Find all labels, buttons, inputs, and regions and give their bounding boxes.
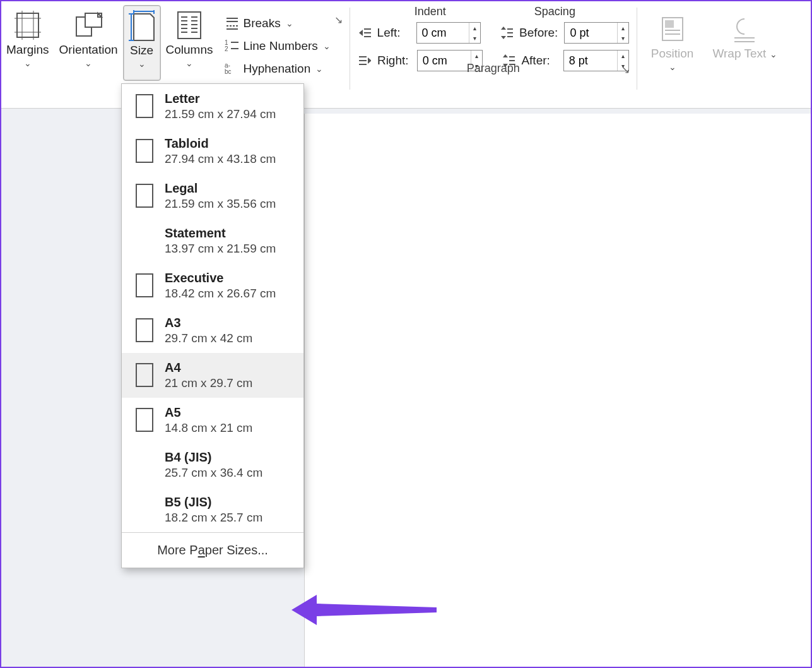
indent-header: Indent [415, 5, 446, 18]
page-thumb-icon [136, 318, 153, 342]
size-option-dims: 18.2 cm x 25.7 cm [165, 511, 262, 525]
spin-down-icon[interactable]: ▾ [469, 33, 480, 43]
hyphenation-label: Hyphenation [244, 62, 311, 76]
size-option-name: B5 (JIS) [165, 495, 262, 510]
size-option-a4[interactable]: A421 cm x 29.7 cm [122, 353, 303, 398]
line-numbers-icon: 12 [225, 39, 240, 54]
spin-up-icon[interactable]: ▴ [618, 51, 628, 61]
chevron-down-icon: ⌄ [323, 41, 331, 51]
wrap-text-button: Wrap Text ⌄ [707, 9, 782, 85]
spacing-after-value: 8 pt [564, 54, 617, 68]
margins-icon [15, 11, 41, 40]
chevron-down-icon: ⌄ [138, 59, 146, 69]
hyphenation-button[interactable]: a-bc Hyphenation ⌄ [225, 61, 331, 76]
more-label-post: per Sizes... [205, 543, 268, 557]
line-numbers-label: Line Numbers [244, 39, 318, 53]
chevron-down-icon: ⌄ [286, 18, 293, 28]
page-setup-dialog-launcher[interactable]: ↘ [334, 14, 346, 25]
size-option-dims: 21.59 cm x 27.94 cm [165, 107, 276, 121]
spacing-before-icon [500, 25, 513, 40]
paragraph-group-label: Paragraph [467, 62, 520, 75]
line-numbers-button[interactable]: 12 Line Numbers ⌄ [225, 39, 331, 54]
indent-left-input[interactable]: 0 cm ▴▾ [416, 22, 481, 44]
spin-up-icon[interactable]: ▴ [471, 51, 482, 61]
size-option-name: A4 [165, 361, 252, 375]
size-option-name: Legal [165, 181, 276, 196]
size-option-name: B4 (JIS) [165, 450, 262, 465]
more-label-pre: More P [157, 543, 197, 557]
svg-rect-45 [665, 20, 674, 28]
svg-text:2: 2 [225, 45, 228, 52]
size-option-b4-jis-[interactable]: B4 (JIS)25.7 cm x 36.4 cm [122, 443, 303, 487]
columns-icon [177, 11, 202, 40]
page-thumb-icon [136, 273, 153, 297]
size-option-dims: 18.42 cm x 26.67 cm [165, 287, 276, 301]
size-option-executive[interactable]: Executive18.42 cm x 26.67 cm [122, 263, 303, 308]
size-button[interactable]: Size ⌄ [123, 5, 161, 81]
size-option-statement[interactable]: Statement13.97 cm x 21.59 cm [122, 218, 303, 263]
size-option-a3[interactable]: A329.7 cm x 42 cm [122, 308, 303, 353]
size-option-name: A3 [165, 316, 252, 330]
size-option-dims: 21 cm x 29.7 cm [165, 376, 252, 390]
breaks-label: Breaks [244, 16, 281, 30]
size-option-dims: 25.7 cm x 36.4 cm [165, 466, 262, 480]
size-option-dims: 14.8 cm x 21 cm [165, 421, 252, 435]
indent-right-value: 0 cm [418, 54, 471, 68]
columns-label: Columns [166, 43, 213, 57]
page-thumb-icon [136, 363, 153, 387]
size-option-name: A5 [165, 405, 252, 420]
page-thumb-icon [136, 94, 153, 118]
size-dropdown: Letter21.59 cm x 27.94 cmTabloid27.94 cm… [121, 83, 304, 568]
size-option-letter[interactable]: Letter21.59 cm x 27.94 cm [122, 84, 303, 129]
size-option-a5[interactable]: A514.8 cm x 21 cm [122, 398, 303, 443]
columns-button[interactable]: Columns ⌄ [161, 5, 218, 81]
page-setup-small-group: Breaks ⌄ 12 Line Numbers ⌄ a-bc Hyphenat… [218, 5, 337, 84]
margins-label: Margins [6, 43, 49, 57]
wrap-text-label: Wrap Text ⌄ [712, 47, 777, 61]
paragraph-group: Indent Spacing Left: 0 cm ▴▾ Before: 0 p… [350, 5, 637, 78]
chevron-down-icon: ⌄ [185, 58, 193, 68]
indent-left-value: 0 cm [417, 27, 469, 40]
chevron-down-icon: ⌄ [315, 64, 323, 74]
orientation-button[interactable]: Orientation ⌄ [54, 5, 123, 81]
chevron-down-icon: ⌄ [85, 58, 92, 68]
size-option-legal[interactable]: Legal21.59 cm x 35.56 cm [122, 174, 303, 218]
spacing-before-input[interactable]: 0 pt ▴▾ [564, 22, 628, 44]
svg-rect-0 [17, 13, 38, 37]
page-thumb-icon [136, 408, 153, 432]
svg-text:bc: bc [225, 68, 232, 75]
size-option-name: Executive [165, 271, 276, 285]
wrap-text-icon [731, 15, 758, 43]
spin-down-icon[interactable]: ▾ [618, 33, 628, 43]
spin-up-icon[interactable]: ▴ [618, 23, 628, 33]
indent-right-icon [358, 53, 371, 68]
orientation-label: Orientation [59, 43, 118, 57]
hyphenation-icon: a-bc [225, 61, 240, 76]
size-option-dims: 13.97 cm x 21.59 cm [165, 242, 276, 256]
indent-right-label: Right: [377, 54, 411, 68]
position-label: Position [651, 47, 694, 61]
size-option-name: Letter [165, 92, 276, 106]
page-thumb-icon [136, 184, 153, 208]
spin-up-icon[interactable]: ▴ [469, 23, 480, 33]
size-option-tabloid[interactable]: Tabloid27.94 cm x 43.18 cm [122, 129, 303, 174]
size-option-name: Statement [165, 226, 276, 241]
position-button: Position ⌄ [646, 9, 699, 85]
size-option-dims: 29.7 cm x 42 cm [165, 331, 252, 345]
chevron-down-icon: ⌄ [24, 58, 32, 68]
indent-left-icon [358, 25, 371, 40]
spacing-after-input[interactable]: 8 pt ▴▾ [563, 50, 629, 71]
more-paper-sizes-button[interactable]: More Paper Sizes... [122, 532, 303, 568]
arrange-group: Position ⌄ Wrap Text ⌄ [637, 5, 787, 85]
more-label-accel: a [198, 543, 205, 557]
spacing-before-value: 0 pt [565, 27, 616, 40]
margins-button[interactable]: Margins ⌄ [1, 5, 54, 81]
chevron-down-icon: ⌄ [669, 62, 676, 72]
size-option-b5-jis-[interactable]: B5 (JIS)18.2 cm x 25.7 cm [122, 487, 303, 532]
indent-left-label: Left: [377, 26, 410, 40]
breaks-icon [225, 16, 240, 31]
breaks-button[interactable]: Breaks ⌄ [225, 16, 331, 31]
document-canvas [304, 114, 811, 667]
paragraph-dialog-launcher[interactable]: ↘ [621, 64, 633, 75]
orientation-icon [73, 11, 104, 40]
